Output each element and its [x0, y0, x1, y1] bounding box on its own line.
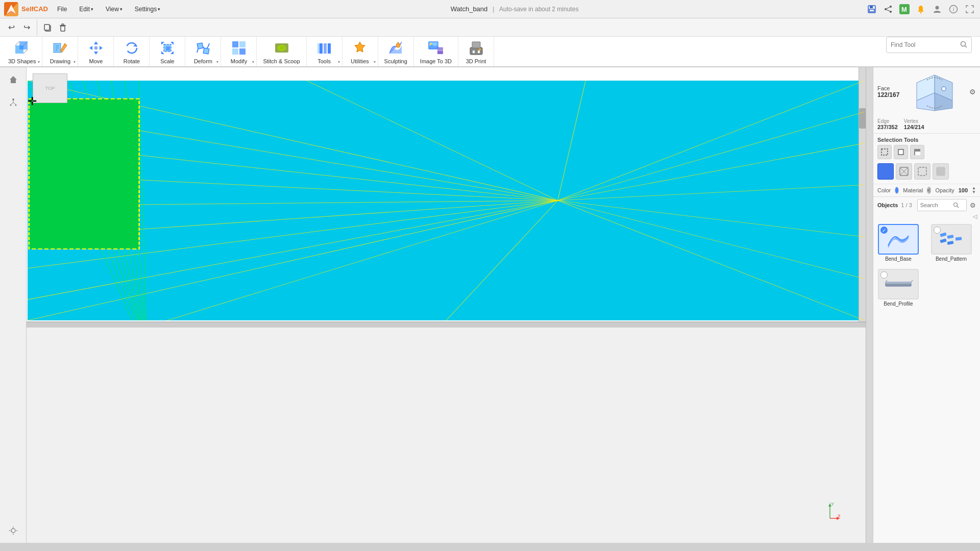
svg-rect-107: [29, 99, 139, 249]
bottom-viewport[interactable]: Y X: [27, 328, 866, 543]
left-panel: [0, 67, 27, 543]
shape-transparent-btn[interactable]: [933, 163, 949, 180]
objects-search-input[interactable]: [920, 202, 951, 208]
mesh-info-header: Face 122/167: [873, 67, 980, 116]
drawing-arrow: ▾: [74, 60, 76, 64]
opacity-stepper[interactable]: ▲ ▼: [972, 186, 976, 194]
utilities-arrow: ▾: [374, 60, 376, 64]
find-tool-box[interactable]: [886, 37, 972, 53]
light-icon[interactable]: [5, 522, 21, 539]
svg-rect-47: [232, 48, 238, 55]
bend-pattern-check[interactable]: [934, 227, 941, 234]
svg-line-141: [911, 280, 913, 282]
shape-box-btn[interactable]: [914, 163, 930, 180]
bend-base-thumb: ✓: [878, 224, 919, 255]
tool-modify[interactable]: Modify ▾: [221, 37, 257, 66]
user-icon[interactable]: [931, 3, 943, 15]
tool-scale[interactable]: Scale: [150, 37, 185, 66]
viewport-divider[interactable]: [27, 322, 866, 328]
svg-rect-124: [915, 149, 920, 152]
objects-panel-toggle: ◁: [873, 213, 980, 220]
redo-button[interactable]: ↪: [19, 20, 34, 35]
modify-arrow: ▾: [252, 60, 254, 64]
tool-rotate[interactable]: Rotate: [114, 37, 150, 66]
undo-button[interactable]: ↩: [4, 20, 18, 35]
info-icon[interactable]: i: [947, 3, 960, 15]
modify-label: Modify: [231, 58, 247, 64]
material-swatch[interactable]: [927, 187, 931, 194]
tool-stitch-scoop[interactable]: Stitch & Scoop: [257, 37, 306, 66]
select-fill-btn[interactable]: [894, 145, 908, 159]
tool-3d-shapes[interactable]: 3D Shapes ▾: [2, 37, 42, 66]
notification-icon[interactable]: [915, 3, 927, 15]
save-icon[interactable]: [866, 3, 878, 15]
home-icon[interactable]: [5, 71, 21, 88]
cube-preview[interactable]: [912, 72, 958, 113]
tool-drawing[interactable]: Drawing ▾: [42, 37, 78, 66]
find-tool-search-icon[interactable]: [960, 41, 967, 49]
tool-move[interactable]: Move: [78, 37, 114, 66]
select-invert-btn[interactable]: [910, 145, 924, 159]
objects-collapse-icon[interactable]: ◁: [973, 213, 977, 220]
tool-3d-print[interactable]: 3D Print: [458, 37, 494, 66]
svg-rect-61: [473, 51, 475, 53]
modify-icon: [230, 39, 248, 57]
object-item-bend-profile[interactable]: Bend_Profile: [875, 267, 921, 309]
menu-file[interactable]: File: [54, 4, 70, 15]
color-swatch[interactable]: [895, 187, 899, 194]
svg-point-118: [942, 87, 946, 91]
color-material-row: Color Material Opacity 100 ▲ ▼: [873, 184, 980, 196]
main-viewport[interactable]: ✛: [27, 67, 866, 322]
svg-line-97: [167, 201, 557, 320]
object-tree-icon[interactable]: [5, 94, 21, 110]
tool-utilities[interactable]: Utilities ▾: [342, 37, 378, 66]
objects-settings-button[interactable]: ⚙: [970, 202, 976, 209]
find-tool-input[interactable]: [891, 41, 957, 48]
menu-view[interactable]: View ▾: [103, 4, 126, 15]
svg-rect-121: [899, 150, 903, 154]
svg-rect-133: [940, 233, 946, 237]
cursor-crosshair: ✛: [28, 96, 37, 107]
selection-tools-label: Selection Tools: [873, 134, 980, 145]
svg-point-67: [12, 98, 14, 101]
tool-tools[interactable]: Tools ▾: [307, 37, 342, 66]
scale-icon: [158, 39, 177, 57]
objects-list: ✓ Bend_Base: [873, 220, 980, 311]
material-label: Material: [903, 187, 923, 193]
mesh-settings-button[interactable]: ⚙: [969, 88, 976, 96]
object-item-bend-base[interactable]: ✓ Bend_Base: [875, 222, 921, 264]
bend-profile-check[interactable]: [880, 271, 888, 279]
menu-edit[interactable]: Edit ▾: [76, 4, 96, 15]
objects-search-box[interactable]: [917, 199, 967, 211]
utilities-icon: [351, 39, 369, 57]
tool-sculpting[interactable]: Sculpting: [378, 37, 414, 66]
select-box-btn[interactable]: [877, 145, 892, 159]
bend-base-check[interactable]: ✓: [880, 227, 888, 234]
svg-point-7: [885, 8, 887, 10]
svg-rect-3: [870, 6, 873, 8]
face-info: Face 122/167: [877, 85, 899, 98]
objects-count: 1 / 3: [901, 202, 912, 208]
opacity-down-arrow[interactable]: ▼: [972, 190, 976, 194]
3d-print-icon: [467, 39, 485, 57]
fullscreen-icon[interactable]: [964, 3, 976, 15]
logo[interactable]: SelfCAD: [4, 2, 48, 16]
copy-button[interactable]: [40, 20, 55, 35]
svg-rect-139: [886, 282, 911, 284]
menu-settings[interactable]: Settings ▾: [132, 4, 163, 15]
svg-rect-4: [869, 9, 874, 12]
tool-deform[interactable]: Deform ▾: [185, 37, 221, 66]
bend-profile-thumb: [878, 269, 919, 299]
share-icon[interactable]: [882, 3, 894, 15]
tool-image-to-3d[interactable]: Image To 3D: [414, 37, 458, 66]
bend-pattern-preview: [936, 228, 967, 251]
scrollbar-canvas-right[interactable]: [866, 67, 873, 543]
object-item-bend-pattern[interactable]: Bend_Pattern: [928, 222, 974, 264]
canvas-area[interactable]: TOP: [27, 67, 873, 543]
shape-solid-btn[interactable]: [877, 163, 894, 180]
m-icon[interactable]: M: [898, 3, 911, 15]
delete-button[interactable]: [56, 20, 70, 35]
shape-wireframe-btn[interactable]: [896, 163, 912, 180]
svg-line-140: [886, 280, 887, 282]
svg-line-87: [307, 81, 558, 201]
